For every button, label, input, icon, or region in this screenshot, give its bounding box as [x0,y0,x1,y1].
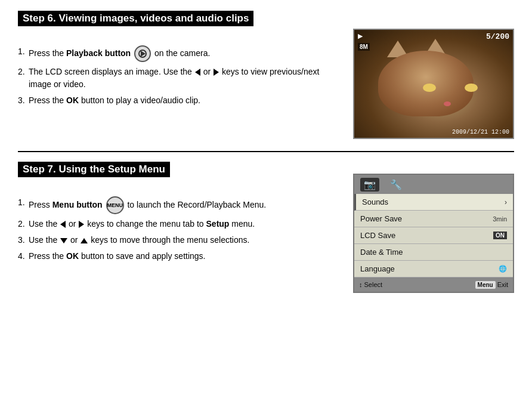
right-arrow-icon-2 [79,221,84,228]
step6-item-2: 2. The LCD screen displays an image. Use… [18,66,341,91]
left-arrow-icon-2 [60,221,66,228]
step7-section: Step 7. Using the Setup Menu 1. Press Me… [18,162,514,293]
lcd-resolution-icon: 8M [358,43,370,51]
lcd-counter: 5/200 [486,32,509,41]
play-triangle-icon [141,51,146,57]
menu-item-lcd-save[interactable]: LCD Save ON [354,227,513,244]
playback-button-icon [134,45,151,62]
cat-eye-right [465,84,478,92]
step7-num-4: 4. [18,250,25,263]
step7-item-3: 3. Use the or keys to move through the m… [18,234,341,246]
step7-item-1: 1. Press Menu button MENU to launch the … [18,196,341,214]
cat-eye-left [423,84,436,92]
menu-item-lcd-save-label: LCD Save [360,231,395,240]
page: Step 6. Viewing images, videos and audio… [0,0,532,395]
step7-item-2: 2. Use the or keys to change the menu ta… [18,218,341,230]
left-arrow-icon [195,69,200,76]
step6-list: 1. Press the Playback button on the came… [18,45,341,107]
lcd-datetime: 2009/12/21 12:00 [452,129,509,135]
menu-item-sounds[interactable]: Sounds › [354,194,513,211]
step6-heading-wrap: Step 6. Viewing images, videos and audio… [18,11,341,37]
footer-menu-icon-box: Menu [475,281,496,289]
menu-button-icon: MENU [106,196,124,214]
step6-left: Step 6. Viewing images, videos and audio… [18,11,353,139]
camera-lcd-preview: ▶ 8M 5/200 2009/12/21 12:00 [353,29,514,139]
footer-select: ↕ Select [359,281,382,288]
menu-item-power-save-label: Power Save [360,214,402,223]
footer-exit: Menu Exit [475,281,508,289]
step6-num-1: 1. [18,45,25,58]
step7-item-4: 4. Press the OK button to save and apply… [18,250,341,263]
step7-right: 📷 🔧 Sounds › Power Save 3min LCD Save ON [353,162,514,293]
menu-item-language-label: Language [360,264,395,273]
step7-num-3: 3. [18,234,25,246]
menu-item-language[interactable]: Language 🌐 [354,261,513,277]
step6-num-2: 2. [18,66,25,78]
step7-list: 1. Press Menu button MENU to launch the … [18,196,341,263]
cat-face [354,30,513,138]
cat-nose [444,101,451,106]
menu-item-date-time-label: Date & Time [360,248,403,257]
menu-item-date-time[interactable]: Date & Time [354,244,513,261]
menu-item-language-icon: 🌐 [499,265,507,273]
step7-num-2: 2. [18,218,25,230]
step6-num-3: 3. [18,94,25,107]
wrench-tab-icon: 🔧 [390,179,402,190]
cat-head [378,51,474,116]
setup-menu-items: Sounds › Power Save 3min LCD Save ON Dat… [354,194,513,277]
step6-heading: Step 6. Viewing images, videos and audio… [18,11,253,26]
step6-item-3: 3. Press the OK button to play a video/a… [18,94,341,107]
menu-item-power-save-icon: 3min [493,215,507,223]
step7-heading: Step 7. Using the Setup Menu [18,162,170,177]
step6-item-1: 1. Press the Playback button on the came… [18,45,341,62]
menu-item-sounds-label: Sounds [362,198,388,206]
lcd-play-icon: ▶ [358,32,363,40]
step6-right: ▶ 8M 5/200 2009/12/21 12:00 [353,11,514,139]
footer-exit-label: Exit [497,281,508,288]
right-arrow-icon [214,69,219,76]
footer-select-label: Select [364,281,383,288]
step6-section: Step 6. Viewing images, videos and audio… [18,11,514,139]
step7-bold-1: Menu button [52,200,103,209]
footer-select-arrows: ↕ [359,281,363,288]
section-divider [18,151,514,152]
menu-item-power-save[interactable]: Power Save 3min [354,211,513,227]
menu-item-lcd-save-icon: ON [493,232,507,239]
step6-ok-1: OK [66,95,79,105]
setup-lcd-footer: ↕ Select Menu Exit [354,277,513,292]
step7-left: Step 7. Using the Setup Menu 1. Press Me… [18,162,353,293]
step7-setup-bold: Setup [206,219,230,229]
up-arrow-icon [81,238,88,243]
step7-num-1: 1. [18,196,25,209]
step7-ok-bold: OK [66,251,79,261]
setup-lcd-header: 📷 🔧 [354,175,513,194]
step6-bold-1: Playback button [66,48,131,58]
setup-lcd-preview: 📷 🔧 Sounds › Power Save 3min LCD Save ON [353,174,514,293]
camera-tab-icon: 📷 [360,178,379,192]
lcd-cat-background [354,30,513,138]
down-arrow-icon [60,238,67,243]
menu-item-sounds-arrow: › [505,198,507,206]
step7-heading-wrap: Step 7. Using the Setup Menu [18,162,341,188]
